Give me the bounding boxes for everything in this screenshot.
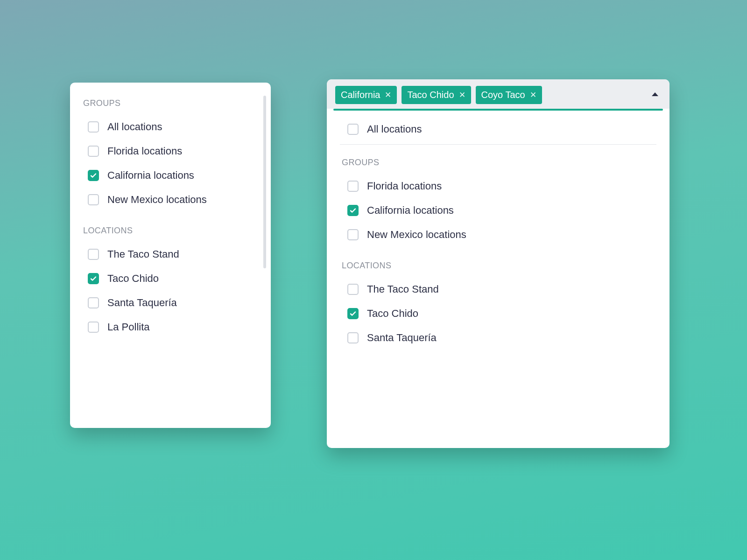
divider <box>340 144 656 145</box>
chip-label: California <box>341 90 380 100</box>
chip-california[interactable]: California ✕ <box>335 86 397 104</box>
checkbox-item-california[interactable]: California locations <box>327 198 669 223</box>
checkbox[interactable] <box>88 322 99 333</box>
checkbox-item-taco-chido[interactable]: Taco Chido <box>70 266 271 291</box>
checkbox[interactable] <box>88 146 99 157</box>
item-label: Florida locations <box>107 145 182 157</box>
checkbox-item-all-locations[interactable]: All locations <box>327 117 669 141</box>
close-icon[interactable]: ✕ <box>385 91 391 99</box>
item-label: California locations <box>367 204 454 217</box>
checkbox-item-florida[interactable]: Florida locations <box>70 139 271 163</box>
section-header-locations: LOCATIONS <box>70 222 271 242</box>
item-label: The Taco Stand <box>367 283 439 295</box>
checkbox-item-new-mexico[interactable]: New Mexico locations <box>327 223 669 247</box>
checkbox-item-all-locations[interactable]: All locations <box>70 115 271 139</box>
checkbox[interactable] <box>347 229 359 240</box>
item-label: The Taco Stand <box>107 248 179 260</box>
checkbox-item-california[interactable]: California locations <box>70 163 271 188</box>
checkbox[interactable] <box>347 181 359 192</box>
section-header-groups: GROUPS <box>327 154 669 174</box>
checkbox-item-taco-stand[interactable]: The Taco Stand <box>70 242 271 266</box>
checkbox[interactable] <box>347 124 359 135</box>
checkbox-item-santa-taqueria[interactable]: Santa Taquería <box>327 326 669 350</box>
item-label: Santa Taquería <box>367 332 437 344</box>
filter-panel-compact: GROUPS All locations Florida locations C… <box>70 83 271 428</box>
filter-panel-expanded: California ✕ Taco Chido ✕ Coyo Taco ✕ Al… <box>327 79 669 448</box>
chip-input-bar[interactable]: California ✕ Taco Chido ✕ Coyo Taco ✕ <box>327 79 669 109</box>
close-icon[interactable]: ✕ <box>459 91 465 99</box>
chip-taco-chido[interactable]: Taco Chido ✕ <box>402 86 471 104</box>
section-header-locations: LOCATIONS <box>327 257 669 277</box>
section-header-groups: GROUPS <box>70 95 271 115</box>
chip-label: Taco Chido <box>407 90 454 100</box>
item-label: La Pollita <box>107 321 150 333</box>
item-label: All locations <box>107 121 162 133</box>
checkbox[interactable] <box>88 194 99 205</box>
checkbox-item-taco-chido[interactable]: Taco Chido <box>327 301 669 326</box>
checkbox-item-taco-stand[interactable]: The Taco Stand <box>327 277 669 301</box>
item-label: Florida locations <box>367 180 442 192</box>
item-label: Santa Taquería <box>107 297 177 309</box>
checkbox-item-la-pollita[interactable]: La Pollita <box>70 315 271 339</box>
checkbox-item-santa-taqueria[interactable]: Santa Taquería <box>70 291 271 315</box>
chip-list: California ✕ Taco Chido ✕ Coyo Taco ✕ <box>335 86 542 104</box>
item-label: New Mexico locations <box>107 194 207 206</box>
chip-label: Coyo Taco <box>481 90 525 100</box>
item-label: New Mexico locations <box>367 229 466 241</box>
chip-coyo-taco[interactable]: Coyo Taco ✕ <box>476 86 542 104</box>
checkbox[interactable] <box>88 121 99 133</box>
checkbox[interactable] <box>88 249 99 260</box>
item-label: Taco Chido <box>107 273 159 285</box>
close-icon[interactable]: ✕ <box>530 91 536 99</box>
checkbox[interactable] <box>347 308 359 319</box>
checkbox[interactable] <box>347 332 359 343</box>
checkbox-item-new-mexico[interactable]: New Mexico locations <box>70 188 271 212</box>
item-label: All locations <box>367 123 422 135</box>
checkbox-item-florida[interactable]: Florida locations <box>327 174 669 198</box>
checkbox[interactable] <box>347 284 359 295</box>
checkbox[interactable] <box>88 273 99 284</box>
scrollbar[interactable] <box>263 96 266 268</box>
checkbox[interactable] <box>88 297 99 308</box>
checkbox[interactable] <box>347 205 359 216</box>
item-label: California locations <box>107 169 194 182</box>
checkbox[interactable] <box>88 170 99 181</box>
item-label: Taco Chido <box>367 308 418 320</box>
chevron-up-icon[interactable] <box>652 92 658 96</box>
